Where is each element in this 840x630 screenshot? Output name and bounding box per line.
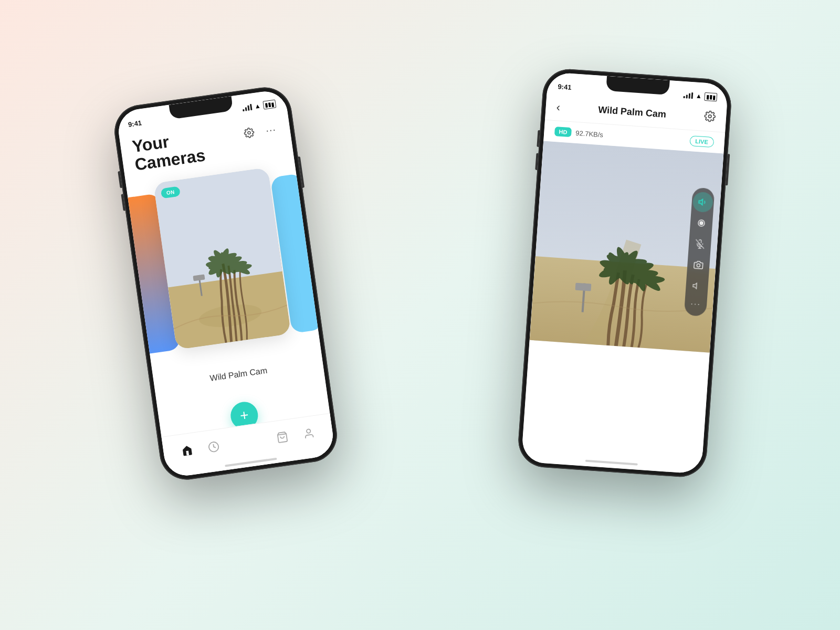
power-button: [298, 156, 304, 188]
phone2-nav: ‹: [556, 100, 561, 114]
svg-point-47: [700, 222, 703, 225]
svg-point-0: [248, 131, 251, 134]
controls-more-button[interactable]: ···: [685, 296, 706, 312]
phone2-battery-icon: ▮▮▮: [704, 92, 717, 102]
svg-point-23: [306, 429, 310, 433]
main-camera-card[interactable]: ON: [153, 167, 291, 350]
nav-spacer: [235, 440, 261, 444]
volume-up-button: [118, 171, 122, 188]
record-button[interactable]: [691, 213, 712, 234]
mic-mute-button[interactable]: [689, 234, 711, 255]
svg-point-24: [708, 115, 711, 118]
phone1-status-icons: ▲ ▮▮▮: [242, 99, 276, 112]
phone2-time: 9:41: [558, 82, 572, 91]
phone2-wifi-icon: ▲: [695, 92, 702, 100]
phone-2: 9:41 ▲ ▮▮▮ ‹: [517, 67, 733, 478]
phone1-page-title: Your Cameras: [131, 128, 207, 175]
nav-history[interactable]: [207, 440, 220, 453]
camera-carousel: ON: [127, 164, 321, 375]
svg-marker-52: [693, 283, 697, 289]
phone1-header-actions: ···: [241, 121, 279, 141]
svg-marker-45: [699, 199, 702, 205]
phone1-battery-icon: ▮▮▮: [262, 99, 276, 109]
nav-shop[interactable]: [276, 430, 289, 444]
back-button[interactable]: ‹: [556, 100, 561, 114]
svg-line-22: [278, 434, 286, 435]
phone1-screen: 9:41 ▲ ▮▮▮ Your: [116, 89, 336, 478]
phone2-status-icons: ▲ ▮▮▮: [683, 91, 717, 101]
phone2-power: [726, 154, 730, 185]
phone1-settings-button[interactable]: [241, 124, 258, 141]
svg-rect-28: [575, 283, 592, 291]
live-badge: LIVE: [689, 135, 715, 148]
phone1-more-button[interactable]: ···: [262, 121, 279, 138]
phone2-screen: 9:41 ▲ ▮▮▮ ‹: [521, 72, 728, 474]
phone2-page-title: Wild Palm Cam: [598, 104, 667, 120]
volume-down-button: [121, 194, 125, 211]
volume-button[interactable]: [692, 192, 713, 213]
nav-profile[interactable]: [302, 427, 315, 440]
svg-point-51: [697, 264, 700, 267]
phone1-time: 9:41: [128, 119, 142, 128]
phone1-signal-icon: [242, 104, 252, 111]
phone2-volume-down: [535, 153, 538, 170]
phone2-volume-up: [537, 130, 540, 147]
phone1-wifi-icon: ▲: [254, 102, 261, 111]
phone2-signal-icon: [684, 92, 694, 99]
speed-indicator: 92.7KB/s: [575, 129, 604, 139]
nav-home[interactable]: [181, 444, 194, 457]
phone2-settings-button[interactable]: [704, 110, 716, 125]
snapshot-button[interactable]: [688, 254, 709, 276]
phone-1: 9:41 ▲ ▮▮▮ Your: [111, 84, 341, 483]
hd-quality-area: HD 92.7KB/s: [554, 127, 604, 139]
speaker-button[interactable]: [686, 275, 708, 297]
camera-live-view: ···: [530, 141, 724, 353]
phone2-home-indicator: [585, 460, 638, 466]
hd-badge: HD: [554, 127, 572, 137]
